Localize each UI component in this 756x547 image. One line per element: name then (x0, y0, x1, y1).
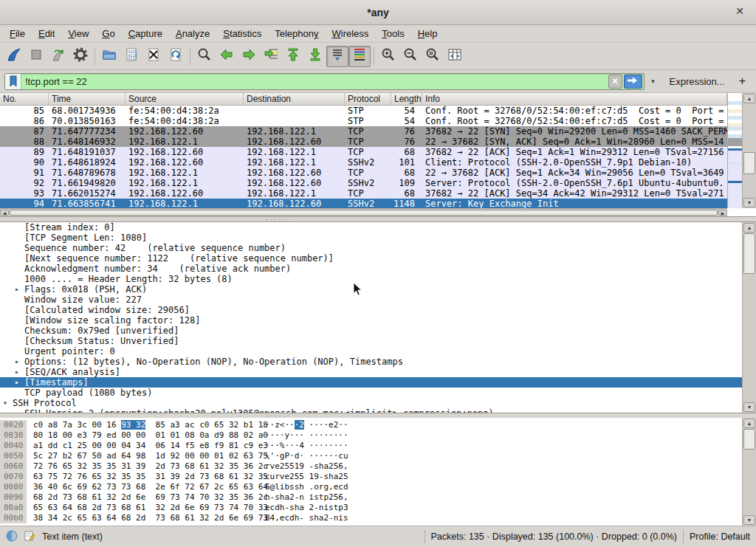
packet-row-93[interactable]: 9371.662015274192.168.122.60192.168.122.… (0, 188, 727, 199)
packet-row-88[interactable]: 8871.648146932192.168.122.1192.168.122.6… (0, 137, 727, 147)
hex-row-00b0[interactable]: 00b038 34 2c 65 63 64 68 2d 73 68 61 32 … (0, 513, 756, 523)
detail-line-18[interactable]: ▸SSH Version 2 (encryption:chacha20-poly… (0, 408, 742, 413)
hex-row-0030[interactable]: 003080 18 00 e3 79 ed 00 00 01 01 08 0a … (0, 430, 756, 441)
scroll-left-icon[interactable]: ◀ (0, 210, 9, 216)
zoom-original-button[interactable] (422, 46, 444, 67)
filter-bookmark-icon[interactable] (5, 74, 21, 89)
expander-closed-icon[interactable]: ▸ (15, 357, 19, 367)
hex-row-0070[interactable]: 007063 75 72 76 65 32 35 35 31 39 2d 73 … (0, 472, 756, 482)
detail-line-1[interactable]: [TCP Segment Len: 1080] (0, 233, 742, 243)
hex-row-0040[interactable]: 0040a1 dd c1 25 00 00 04 34 06 14 f5 e8 … (0, 441, 756, 451)
detail-line-10[interactable]: Checksum: 0x79ed [unverified] (0, 326, 742, 336)
detail-line-3[interactable]: [Next sequence number: 1122 (relative se… (0, 253, 742, 264)
expander-open-icon[interactable]: ▾ (3, 398, 7, 408)
menu-telephony[interactable]: Telephony (268, 26, 325, 41)
bytes-vscrollbar[interactable]: ▲ ▼ (742, 418, 756, 526)
column-header-source[interactable]: Source (126, 93, 244, 105)
go-forward-button[interactable] (238, 46, 260, 67)
expert-info-icon[interactable] (6, 530, 18, 544)
menu-help[interactable]: Help (411, 26, 444, 41)
hex-row-0050[interactable]: 00505c 27 b2 67 50 ad 64 98 1d 92 00 00 … (0, 451, 756, 461)
colorize-toggle[interactable] (348, 46, 371, 67)
packet-list-hscrollbar[interactable]: ◀ ▶ (0, 208, 727, 216)
detail-line-15[interactable]: ▸[Timestamps] (0, 377, 742, 388)
reload-file-button[interactable] (165, 46, 187, 67)
packet-row-87[interactable]: 8771.647777234192.168.122.60192.168.122.… (0, 126, 727, 137)
open-file-button[interactable] (98, 46, 120, 67)
hex-row-0020[interactable]: 0020c0 a8 7a 3c 00 16 93 32 85 a3 ac c0 … (0, 420, 756, 430)
detail-line-14[interactable]: ▸[SEQ/ACK analysis] (0, 367, 742, 377)
go-back-button[interactable] (216, 46, 238, 67)
stop-capture-button[interactable] (25, 46, 47, 67)
menu-go[interactable]: Go (95, 26, 121, 41)
scroll-up-icon[interactable]: ▲ (743, 223, 755, 233)
filter-apply-button[interactable] (624, 75, 642, 89)
packet-row-92[interactable]: 9271.661949820192.168.122.1192.168.122.6… (0, 178, 727, 188)
expander-closed-icon[interactable]: ▸ (15, 284, 19, 295)
details-vscrollbar[interactable]: ▲ ▼ (742, 222, 756, 413)
expander-closed-icon[interactable]: ▸ (15, 367, 19, 377)
detail-line-13[interactable]: ▸Options: (12 bytes), No-Operation (NOP)… (0, 357, 742, 367)
filter-add-button[interactable]: + (736, 75, 752, 88)
column-header-length[interactable]: Length (391, 93, 422, 105)
detail-line-8[interactable]: [Calculated window size: 29056] (0, 305, 742, 315)
menu-edit[interactable]: Edit (32, 26, 61, 41)
close-icon[interactable]: ✕ (732, 5, 747, 17)
packet-row-90[interactable]: 9071.648618924192.168.122.60192.168.122.… (0, 157, 727, 168)
column-header-protocol[interactable]: Protocol (345, 93, 391, 105)
capture-comment-icon[interactable] (24, 530, 36, 544)
scroll-down-icon[interactable]: ▼ (743, 515, 755, 525)
detail-line-12[interactable]: Urgent pointer: 0 (0, 346, 742, 357)
menu-wireless[interactable]: Wireless (326, 26, 376, 41)
display-filter-input[interactable] (21, 76, 608, 87)
go-to-packet-button[interactable] (260, 46, 282, 67)
detail-line-16[interactable]: TCP payload (1080 bytes) (0, 388, 742, 398)
intelligent-scrollbar[interactable] (727, 93, 742, 208)
resize-columns-button[interactable] (444, 46, 466, 67)
start-capture-button[interactable] (3, 46, 25, 67)
detail-line-11[interactable]: [Checksum Status: Unverified] (0, 336, 742, 346)
filter-expression-button[interactable]: Expression... (662, 76, 732, 87)
packet-row-86[interactable]: 8670.013850163fe:54:00:d4:38:2aSTP54Conf… (0, 116, 727, 126)
packet-list-vscrollbar[interactable]: ▲ ▼ (742, 93, 756, 208)
column-header-destination[interactable]: Destination (244, 93, 345, 105)
menu-capture[interactable]: Capture (122, 26, 169, 41)
column-header-info[interactable]: Info (422, 93, 727, 105)
go-last-packet-button[interactable] (304, 46, 326, 67)
detail-line-17[interactable]: ▾SSH Protocol (0, 398, 742, 408)
go-first-packet-button[interactable] (282, 46, 304, 67)
packet-row-94[interactable]: 9471.663856741192.168.122.1192.168.122.6… (0, 199, 727, 209)
scroll-up-icon[interactable]: ▲ (743, 419, 755, 428)
profile-label[interactable]: Profile: Default (690, 531, 750, 542)
detail-line-4[interactable]: Acknowledgment number: 34 (relative ack … (0, 264, 742, 274)
find-packet-button[interactable] (193, 46, 216, 67)
hex-row-0060[interactable]: 006072 76 65 32 35 35 31 39 2d 73 68 61 … (0, 461, 756, 472)
menu-analyze[interactable]: Analyze (169, 26, 216, 41)
capture-options-button[interactable] (69, 46, 92, 67)
zoom-out-button[interactable] (399, 46, 422, 67)
menu-view[interactable]: View (61, 26, 95, 41)
save-file-button[interactable]: 010101100111 (120, 46, 142, 67)
column-header-time[interactable]: Time (49, 93, 126, 105)
hex-row-0080[interactable]: 008036 40 6c 69 62 73 73 68 2e 6f 72 67 … (0, 482, 756, 492)
filter-dropdown-button[interactable]: ▼ (648, 75, 659, 89)
detail-line-9[interactable]: [Window size scaling factor: 128] (0, 315, 742, 326)
menu-file[interactable]: File (3, 26, 32, 41)
hex-row-0090[interactable]: 009068 2d 73 68 61 32 2d 6e 69 73 74 70 … (0, 492, 756, 503)
detail-line-2[interactable]: Sequence number: 42 (relative sequence n… (0, 243, 742, 253)
column-header-no[interactable]: No. (0, 93, 49, 105)
scroll-right-icon[interactable]: ▶ (718, 210, 727, 216)
restart-capture-button[interactable] (47, 46, 69, 67)
auto-scroll-toggle[interactable] (326, 46, 348, 67)
packet-row-91[interactable]: 9171.648789678192.168.122.1192.168.122.6… (0, 168, 727, 178)
filter-clear-button[interactable]: ✕ (608, 75, 622, 89)
detail-line-0[interactable]: [Stream index: 0] (0, 222, 742, 233)
hex-row-00a0[interactable]: 00a065 63 64 68 2d 73 68 61 32 2d 6e 69 … (0, 503, 756, 513)
scroll-down-icon[interactable]: ▼ (743, 402, 755, 412)
detail-line-5[interactable]: 1000 .... = Header Length: 32 bytes (8) (0, 274, 742, 284)
menu-tools[interactable]: Tools (375, 26, 410, 41)
packet-row-85[interactable]: 8568.001734936fe:54:00:d4:38:2aSTP54Conf… (0, 106, 727, 116)
zoom-in-button[interactable] (377, 46, 399, 67)
detail-line-6[interactable]: ▸Flags: 0x018 (PSH, ACK) (0, 284, 742, 295)
menu-statistics[interactable]: Statistics (216, 26, 268, 41)
